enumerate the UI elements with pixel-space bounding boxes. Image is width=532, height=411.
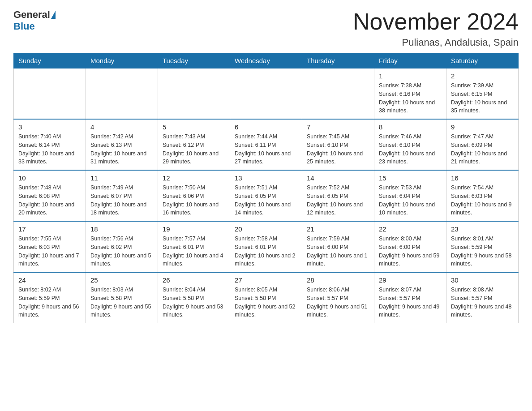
day-info: Sunrise: 8:01 AMSunset: 5:59 PMDaylight:… (451, 235, 514, 268)
day-number: 23 (451, 225, 514, 233)
title-area: November 2024 Pulianas, Andalusia, Spain (353, 9, 519, 48)
logo-blue-text: Blue (13, 21, 35, 32)
calendar-cell-w2-d3: 5Sunrise: 7:43 AMSunset: 6:12 PMDaylight… (158, 119, 230, 170)
day-info: Sunrise: 7:48 AMSunset: 6:08 PMDaylight:… (18, 184, 81, 217)
day-info: Sunrise: 7:51 AMSunset: 6:05 PMDaylight:… (235, 184, 297, 217)
calendar-cell-w3-d7: 16Sunrise: 7:54 AMSunset: 6:03 PMDayligh… (446, 170, 519, 221)
day-number: 26 (163, 276, 225, 284)
header-tuesday: Tuesday (158, 53, 230, 68)
calendar-cell-w1-d6: 1Sunrise: 7:38 AMSunset: 6:16 PMDaylight… (374, 68, 446, 120)
calendar-cell-w4-d2: 18Sunrise: 7:56 AMSunset: 6:02 PMDayligh… (86, 221, 158, 272)
calendar-table: Sunday Monday Tuesday Wednesday Thursday… (13, 53, 519, 323)
logo-triangle-icon (51, 11, 56, 19)
day-info: Sunrise: 8:00 AMSunset: 6:00 PMDaylight:… (379, 235, 442, 268)
calendar-cell-w3-d1: 10Sunrise: 7:48 AMSunset: 6:08 PMDayligh… (14, 170, 86, 221)
calendar-cell-w2-d2: 4Sunrise: 7:42 AMSunset: 6:13 PMDaylight… (86, 119, 158, 170)
header-saturday: Saturday (446, 53, 519, 68)
day-info: Sunrise: 7:58 AMSunset: 6:01 PMDaylight:… (235, 235, 297, 268)
day-info: Sunrise: 7:49 AMSunset: 6:07 PMDaylight:… (90, 184, 153, 217)
header-wednesday: Wednesday (230, 53, 302, 68)
day-number: 8 (379, 123, 442, 131)
calendar-cell-w3-d2: 11Sunrise: 7:49 AMSunset: 6:07 PMDayligh… (86, 170, 158, 221)
day-info: Sunrise: 8:04 AMSunset: 5:58 PMDaylight:… (163, 286, 225, 319)
calendar-cell-w4-d1: 17Sunrise: 7:55 AMSunset: 6:03 PMDayligh… (14, 221, 86, 272)
day-info: Sunrise: 7:57 AMSunset: 6:01 PMDaylight:… (163, 235, 225, 268)
calendar-cell-w1-d3 (158, 68, 230, 120)
day-number: 1 (379, 72, 442, 80)
calendar-cell-w1-d7: 2Sunrise: 7:39 AMSunset: 6:15 PMDaylight… (446, 68, 519, 120)
day-number: 29 (379, 276, 442, 284)
calendar-cell-w3-d5: 14Sunrise: 7:52 AMSunset: 6:05 PMDayligh… (302, 170, 374, 221)
calendar-week-2: 3Sunrise: 7:40 AMSunset: 6:14 PMDaylight… (14, 119, 519, 170)
day-info: Sunrise: 7:55 AMSunset: 6:03 PMDaylight:… (18, 235, 81, 268)
day-info: Sunrise: 7:53 AMSunset: 6:04 PMDaylight:… (379, 184, 442, 217)
day-number: 14 (307, 174, 369, 182)
day-info: Sunrise: 7:42 AMSunset: 6:13 PMDaylight:… (90, 133, 153, 166)
day-number: 13 (235, 174, 297, 182)
calendar-cell-w1-d1 (14, 68, 86, 120)
calendar-cell-w3-d3: 12Sunrise: 7:50 AMSunset: 6:06 PMDayligh… (158, 170, 230, 221)
day-number: 2 (451, 72, 514, 80)
day-number: 11 (90, 174, 153, 182)
calendar-cell-w4-d6: 22Sunrise: 8:00 AMSunset: 6:00 PMDayligh… (374, 221, 446, 272)
calendar-cell-w4-d3: 19Sunrise: 7:57 AMSunset: 6:01 PMDayligh… (158, 221, 230, 272)
calendar-cell-w1-d5 (302, 68, 374, 120)
calendar-cell-w5-d4: 27Sunrise: 8:05 AMSunset: 5:58 PMDayligh… (230, 272, 302, 323)
header-monday: Monday (86, 53, 158, 68)
day-number: 7 (307, 123, 369, 131)
page-header: General Blue November 2024 Pulianas, And… (13, 9, 519, 48)
calendar-week-5: 24Sunrise: 8:02 AMSunset: 5:59 PMDayligh… (14, 272, 519, 323)
day-number: 30 (451, 276, 514, 284)
day-number: 28 (307, 276, 369, 284)
logo-general-text: General (13, 9, 50, 21)
day-info: Sunrise: 7:45 AMSunset: 6:10 PMDaylight:… (307, 133, 369, 166)
month-title: November 2024 (353, 9, 519, 34)
day-info: Sunrise: 7:43 AMSunset: 6:12 PMDaylight:… (163, 133, 225, 166)
day-info: Sunrise: 8:05 AMSunset: 5:58 PMDaylight:… (235, 286, 297, 319)
header-thursday: Thursday (302, 53, 374, 68)
day-info: Sunrise: 7:38 AMSunset: 6:16 PMDaylight:… (379, 81, 442, 115)
day-number: 17 (18, 225, 81, 233)
day-info: Sunrise: 8:02 AMSunset: 5:59 PMDaylight:… (18, 286, 81, 319)
calendar-cell-w4-d4: 20Sunrise: 7:58 AMSunset: 6:01 PMDayligh… (230, 221, 302, 272)
day-number: 21 (307, 225, 369, 233)
calendar-cell-w5-d1: 24Sunrise: 8:02 AMSunset: 5:59 PMDayligh… (14, 272, 86, 323)
calendar-cell-w4-d7: 23Sunrise: 8:01 AMSunset: 5:59 PMDayligh… (446, 221, 519, 272)
calendar-cell-w2-d4: 6Sunrise: 7:44 AMSunset: 6:11 PMDaylight… (230, 119, 302, 170)
day-info: Sunrise: 7:39 AMSunset: 6:15 PMDaylight:… (451, 81, 514, 115)
day-number: 9 (451, 123, 514, 131)
calendar-week-3: 10Sunrise: 7:48 AMSunset: 6:08 PMDayligh… (14, 170, 519, 221)
header-sunday: Sunday (14, 53, 86, 68)
day-info: Sunrise: 7:40 AMSunset: 6:14 PMDaylight:… (18, 133, 81, 166)
day-number: 19 (163, 225, 225, 233)
calendar-cell-w5-d6: 29Sunrise: 8:07 AMSunset: 5:57 PMDayligh… (374, 272, 446, 323)
day-number: 18 (90, 225, 153, 233)
day-number: 16 (451, 174, 514, 182)
day-info: Sunrise: 7:47 AMSunset: 6:09 PMDaylight:… (451, 133, 514, 166)
weekday-header-row: Sunday Monday Tuesday Wednesday Thursday… (14, 53, 519, 68)
day-number: 10 (18, 174, 81, 182)
header-friday: Friday (374, 53, 446, 68)
calendar-cell-w2-d1: 3Sunrise: 7:40 AMSunset: 6:14 PMDaylight… (14, 119, 86, 170)
day-info: Sunrise: 7:56 AMSunset: 6:02 PMDaylight:… (90, 235, 153, 268)
day-number: 27 (235, 276, 297, 284)
calendar-cell-w2-d7: 9Sunrise: 7:47 AMSunset: 6:09 PMDaylight… (446, 119, 519, 170)
day-number: 25 (90, 276, 153, 284)
calendar-cell-w4-d5: 21Sunrise: 7:59 AMSunset: 6:00 PMDayligh… (302, 221, 374, 272)
calendar-cell-w5-d7: 30Sunrise: 8:08 AMSunset: 5:57 PMDayligh… (446, 272, 519, 323)
day-info: Sunrise: 7:46 AMSunset: 6:10 PMDaylight:… (379, 133, 442, 166)
calendar-cell-w3-d6: 15Sunrise: 7:53 AMSunset: 6:04 PMDayligh… (374, 170, 446, 221)
day-info: Sunrise: 8:03 AMSunset: 5:58 PMDaylight:… (90, 286, 153, 319)
calendar-week-1: 1Sunrise: 7:38 AMSunset: 6:16 PMDaylight… (14, 68, 519, 120)
day-info: Sunrise: 8:07 AMSunset: 5:57 PMDaylight:… (379, 286, 442, 319)
day-number: 5 (163, 123, 225, 131)
calendar-cell-w5-d3: 26Sunrise: 8:04 AMSunset: 5:58 PMDayligh… (158, 272, 230, 323)
day-info: Sunrise: 7:52 AMSunset: 6:05 PMDaylight:… (307, 184, 369, 217)
day-number: 15 (379, 174, 442, 182)
logo: General Blue (13, 9, 56, 32)
day-info: Sunrise: 8:08 AMSunset: 5:57 PMDaylight:… (451, 286, 514, 319)
calendar-cell-w5-d5: 28Sunrise: 8:06 AMSunset: 5:57 PMDayligh… (302, 272, 374, 323)
calendar-cell-w1-d4 (230, 68, 302, 120)
day-number: 3 (18, 123, 81, 131)
location-text: Pulianas, Andalusia, Spain (353, 37, 519, 48)
